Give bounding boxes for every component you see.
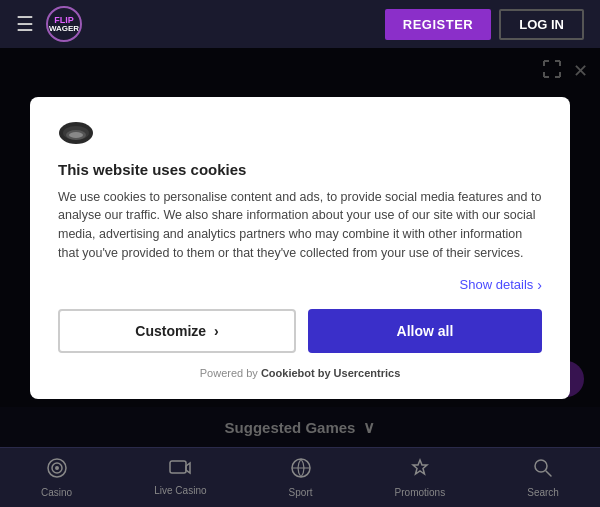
register-button[interactable]: REGISTER (385, 9, 491, 40)
logo-container[interactable]: FLIP WAGER (46, 6, 82, 42)
show-details-label: Show details (460, 277, 534, 292)
nav-item-live-casino[interactable]: Live Casino (154, 459, 206, 496)
nav-item-sport[interactable]: Sport (289, 457, 313, 498)
cookie-body-text: We use cookies to personalise content an… (58, 188, 542, 263)
svg-rect-7 (170, 461, 186, 473)
cookie-buttons: Customize › Allow all (58, 309, 542, 353)
cookiebot-brand: Cookiebot by Usercentrics (261, 367, 400, 379)
cookie-title: This website uses cookies (58, 161, 542, 178)
header-right: REGISTER LOG IN (385, 9, 584, 40)
chevron-right-icon: › (537, 277, 542, 293)
customize-label: Customize (135, 323, 206, 339)
live-casino-label: Live Casino (154, 485, 206, 496)
allow-all-button[interactable]: Allow all (308, 309, 542, 353)
casino-icon (46, 457, 68, 484)
main-area: ✕ This website uses cookies We use cooki… (0, 48, 600, 447)
show-details-link[interactable]: Show details › (460, 277, 542, 293)
cookiebot-logo (58, 121, 542, 149)
search-icon (532, 457, 554, 484)
live-casino-icon (169, 459, 191, 482)
customize-button[interactable]: Customize › (58, 309, 296, 353)
sport-icon (290, 457, 312, 484)
cookie-modal: This website uses cookies We use cookies… (30, 97, 570, 399)
svg-point-6 (55, 466, 59, 470)
logo-line2: WAGER (49, 25, 79, 33)
sport-label: Sport (289, 487, 313, 498)
casino-label: Casino (41, 487, 72, 498)
bottom-nav: Casino Live Casino Sport Promotions (0, 447, 600, 507)
header-left: ☰ FLIP WAGER (16, 6, 82, 42)
cookie-overlay: This website uses cookies We use cookies… (0, 48, 600, 447)
login-button[interactable]: LOG IN (499, 9, 584, 40)
nav-item-search[interactable]: Search (527, 457, 559, 498)
nav-item-promotions[interactable]: Promotions (395, 457, 446, 498)
customize-arrow-icon: › (214, 323, 219, 339)
svg-point-9 (535, 460, 547, 472)
promotions-icon (409, 457, 431, 484)
show-details-row: Show details › (58, 277, 542, 293)
svg-point-3 (69, 132, 83, 138)
powered-by-text: Powered by Cookiebot by Usercentrics (58, 367, 542, 379)
promotions-label: Promotions (395, 487, 446, 498)
search-label: Search (527, 487, 559, 498)
logo-icon: FLIP WAGER (46, 6, 82, 42)
nav-item-casino[interactable]: Casino (41, 457, 72, 498)
hamburger-icon[interactable]: ☰ (16, 12, 34, 36)
header: ☰ FLIP WAGER REGISTER LOG IN (0, 0, 600, 48)
